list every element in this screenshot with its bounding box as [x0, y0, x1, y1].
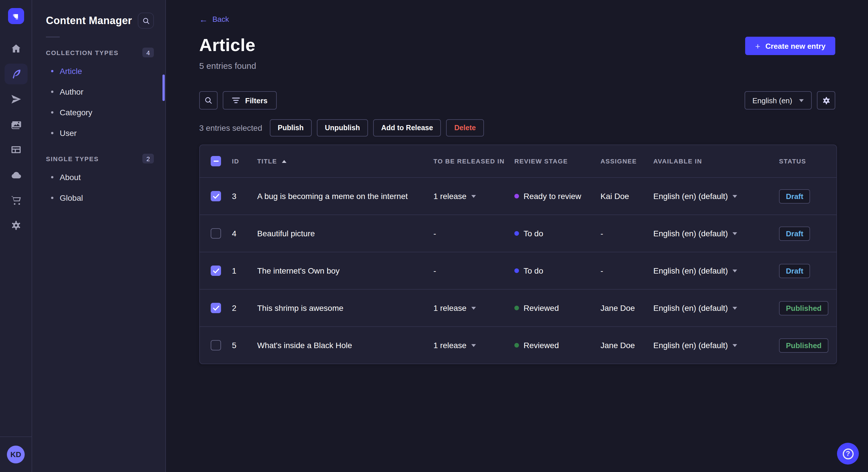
column-header-review-stage[interactable]: REVIEW STAGE	[515, 158, 600, 165]
cell-available-in[interactable]: English (en) (default)	[653, 303, 779, 312]
selection-actions: PublishUnpublishAdd to ReleaseDelete	[270, 119, 484, 136]
stage-dot-icon	[515, 306, 519, 310]
column-header-title[interactable]: TITLE	[257, 158, 433, 165]
sidebar-scrollbar-thumb[interactable]	[162, 74, 165, 101]
user-avatar[interactable]: KD	[7, 446, 25, 463]
plus-icon: +	[755, 41, 761, 51]
bullet-icon	[51, 176, 53, 178]
cell-status: Draft	[779, 226, 826, 241]
rail-item-media[interactable]	[5, 114, 28, 135]
locale-select[interactable]: English (en)	[744, 91, 812, 109]
cell-available-in[interactable]: English (en) (default)	[653, 229, 779, 238]
sidebar-section: COLLECTION TYPES4ArticleAuthorCategoryUs…	[32, 43, 165, 143]
sidebar-item-about[interactable]: About	[32, 167, 165, 188]
filters-button[interactable]: Filters	[223, 91, 277, 109]
create-new-entry-button[interactable]: + Create new entry	[745, 37, 835, 55]
page-title: Article	[199, 35, 256, 56]
cell-available-in[interactable]: English (en) (default)	[653, 266, 779, 275]
delete-button[interactable]: Delete	[446, 119, 484, 136]
section-count-badge: 2	[143, 154, 154, 164]
selection-count: 3 entries selected	[199, 123, 262, 133]
table-header-row: IDTITLETO BE RELEASED INREVIEW STAGEASSI…	[200, 145, 836, 177]
cell-status: Draft	[779, 189, 826, 203]
rail-item-gear[interactable]	[5, 215, 28, 236]
media-icon	[10, 119, 22, 130]
chevron-down-icon	[733, 344, 737, 347]
sidebar-section: SINGLE TYPES2AboutGlobal	[32, 149, 165, 208]
help-button[interactable]: ?	[837, 443, 859, 465]
status-badge: Published	[779, 301, 828, 315]
cell-id: 5	[232, 341, 257, 350]
table-row[interactable]: 2This shrimp is awesome1 release Reviewe…	[200, 289, 836, 326]
sidebar-divider	[46, 37, 60, 37]
strapi-logo[interactable]	[8, 8, 24, 24]
back-link[interactable]: ← Back	[199, 15, 229, 24]
filters-label: Filters	[245, 96, 268, 105]
gear-icon	[10, 220, 22, 231]
cell-released-in[interactable]: 1 release	[433, 341, 515, 350]
rail-item-cloud[interactable]	[5, 165, 28, 185]
cell-id: 3	[232, 192, 257, 201]
bullet-icon	[51, 91, 53, 93]
add-to-release-button[interactable]: Add to Release	[373, 119, 441, 136]
sidebar-item-author[interactable]: Author	[32, 81, 165, 102]
search-entries-button[interactable]	[199, 91, 218, 109]
sidebar-title: Content Manager	[46, 14, 132, 27]
rail-item-send[interactable]	[5, 89, 28, 109]
rail-item-home[interactable]	[5, 38, 28, 59]
sidebar-item-label: Author	[60, 87, 84, 96]
cell-available-in[interactable]: English (en) (default)	[653, 341, 779, 350]
stage-dot-icon	[515, 194, 519, 198]
table-row[interactable]: 1The internet's Own boy-To do-English (e…	[200, 252, 836, 289]
sidebar-item-category[interactable]: Category	[32, 102, 165, 123]
column-header-assignee[interactable]: ASSIGNEE	[600, 158, 653, 165]
sidebar-sections: COLLECTION TYPES4ArticleAuthorCategoryUs…	[32, 43, 165, 208]
layout-icon	[10, 144, 22, 156]
chevron-down-icon	[733, 269, 737, 272]
cell-released-in[interactable]: 1 release	[433, 192, 515, 201]
cell-available-in[interactable]: English (en) (default)	[653, 192, 779, 201]
cell-released-in[interactable]: 1 release	[433, 303, 515, 312]
bullet-icon	[51, 197, 53, 199]
row-checkbox[interactable]	[211, 303, 221, 313]
chevron-down-icon	[471, 344, 476, 347]
publish-button[interactable]: Publish	[270, 119, 311, 136]
sidebar-item-global[interactable]: Global	[32, 188, 165, 208]
section-label: COLLECTION TYPES	[46, 49, 119, 56]
section-label: SINGLE TYPES	[46, 155, 99, 162]
row-checkbox[interactable]	[211, 191, 221, 201]
table-row[interactable]: 5What's inside a Black Hole1 release Rev…	[200, 326, 836, 364]
cell-assignee: Jane Doe	[600, 303, 653, 312]
sidebar-item-article[interactable]: Article	[32, 61, 165, 81]
row-checkbox[interactable]	[211, 228, 221, 239]
cell-status: Draft	[779, 264, 826, 278]
cell-released-in: -	[433, 229, 515, 238]
stage-dot-icon	[515, 343, 519, 347]
sidebar-item-user[interactable]: User	[32, 123, 165, 143]
cell-title: The internet's Own boy	[257, 266, 433, 275]
rail-item-feather[interactable]	[5, 64, 28, 84]
cell-title: What's inside a Black Hole	[257, 341, 433, 350]
select-all-checkbox[interactable]	[211, 156, 221, 166]
column-header-available-in[interactable]: AVAILABLE IN	[653, 158, 779, 165]
list-settings-button[interactable]	[817, 91, 835, 109]
sidebar-search-button[interactable]	[138, 12, 154, 29]
rail-item-layout[interactable]	[5, 139, 28, 160]
cloud-icon	[10, 169, 22, 181]
row-checkbox[interactable]	[211, 340, 221, 350]
bullet-icon	[51, 70, 53, 72]
cell-title: This shrimp is awesome	[257, 303, 433, 312]
column-header-status[interactable]: STATUS	[779, 158, 826, 165]
chevron-down-icon	[471, 307, 476, 309]
column-header-id[interactable]: ID	[232, 158, 257, 165]
unpublish-button[interactable]: Unpublish	[317, 119, 368, 136]
rail-item-cart[interactable]	[5, 190, 28, 210]
app-window: KD Content Manager COLLECTION TYPES4Arti…	[0, 0, 868, 472]
locale-value: English (en)	[752, 96, 792, 105]
table-row[interactable]: 4Beautiful picture-To do-English (en) (d…	[200, 214, 836, 252]
row-checkbox[interactable]	[211, 266, 221, 276]
column-header-to-be-released-in[interactable]: TO BE RELEASED IN	[433, 158, 515, 165]
cell-released-in: -	[433, 266, 515, 275]
rail-nav	[5, 38, 28, 236]
table-row[interactable]: 3A bug is becoming a meme on the interne…	[200, 177, 836, 214]
